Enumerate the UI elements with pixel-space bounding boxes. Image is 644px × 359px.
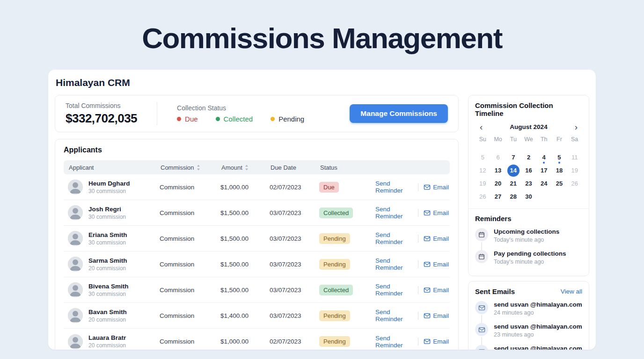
- sent-email-item[interactable]: send usvan @himalayan.com 23 minutes ago: [475, 323, 582, 345]
- calendar-day[interactable]: 23: [521, 177, 536, 190]
- sort-icon[interactable]: [245, 165, 249, 171]
- calendar-day[interactable]: 26: [475, 190, 490, 203]
- status-badge: Pending: [319, 310, 350, 321]
- app-name: Himalayan CRM: [56, 77, 588, 88]
- sent-emails-heading: Sent Emails: [475, 287, 515, 295]
- calendar-day[interactable]: 21: [505, 177, 521, 190]
- calendar-day-name: Su: [475, 133, 490, 145]
- email-link[interactable]: Email: [424, 261, 449, 268]
- amount-cell: $1,000.00: [220, 338, 270, 345]
- calendar-day[interactable]: 17: [536, 164, 552, 177]
- chevron-right-icon[interactable]: ›: [573, 122, 579, 131]
- calendar-day[interactable]: 19: [567, 164, 582, 177]
- applicant-name: Sarma Smith: [88, 257, 127, 264]
- calendar-day[interactable]: 4: [536, 151, 552, 164]
- calendar-day[interactable]: 19: [475, 177, 490, 190]
- send-reminder-link[interactable]: Send Reminder: [375, 257, 413, 271]
- calendar-day[interactable]: 20: [490, 177, 506, 190]
- applicant-name: Heum Dghard: [88, 180, 130, 187]
- divider: [418, 235, 418, 243]
- send-reminder-link[interactable]: Send Reminder: [375, 283, 413, 297]
- chevron-left-icon[interactable]: ‹: [478, 122, 484, 131]
- send-reminder-link[interactable]: Send Reminder: [375, 309, 413, 323]
- row-actions: Send Reminder Email: [375, 283, 450, 297]
- avatar: [68, 334, 83, 349]
- table-row: Sarma Smith 20 commission Commission $1,…: [64, 251, 450, 277]
- status-legend: Due Collected Pending: [177, 115, 350, 123]
- calendar-day[interactable]: 2: [521, 151, 536, 164]
- calendar-day-name: Th: [536, 133, 552, 145]
- applicant-name: Bavan Smith: [88, 309, 127, 316]
- avatar: [68, 231, 83, 246]
- calendar-day[interactable]: 5: [552, 151, 567, 164]
- column-header: Amount: [221, 164, 271, 171]
- envelope-icon: [475, 323, 488, 336]
- sent-emails-list: send usvan @himalayan.com 24 minutes ago: [475, 301, 582, 350]
- table-body: Heum Dghard 30 commission Commission $1,…: [64, 174, 450, 350]
- status-badge: Pending: [319, 259, 350, 270]
- sent-email-title: send usvan @himalayan.com: [494, 345, 582, 350]
- due-date-cell: 02/07/2023: [270, 338, 319, 345]
- due-date-cell: 03/07/2023: [270, 235, 319, 242]
- calendar-day[interactable]: 25: [552, 177, 567, 190]
- calendar-month-label: August 2024: [510, 123, 547, 130]
- email-link[interactable]: Email: [424, 235, 449, 242]
- avatar: [68, 282, 83, 297]
- reminders-list: Upcoming collections Today's minute ago: [475, 228, 582, 272]
- calendar-day[interactable]: 13: [490, 164, 506, 177]
- column-header: Commission: [161, 164, 221, 171]
- reminder-item[interactable]: Pay pending collections Today's minute a…: [475, 250, 582, 272]
- manage-commissions-button[interactable]: Manage Commissions: [350, 104, 448, 123]
- row-actions: Send Reminder Email: [375, 309, 450, 323]
- email-link[interactable]: Email: [424, 338, 449, 345]
- view-all-link[interactable]: View all: [561, 288, 582, 295]
- send-reminder-link[interactable]: Send Reminder: [375, 206, 413, 220]
- email-link[interactable]: Email: [424, 209, 449, 216]
- commission-cell: Commission: [160, 235, 220, 242]
- email-icon: [424, 261, 431, 268]
- calendar-day[interactable]: 28: [505, 190, 521, 203]
- calendar-day[interactable]: 6: [490, 151, 506, 164]
- applicant-name: Eriana Smith: [88, 231, 127, 238]
- calendar-day[interactable]: 27: [490, 190, 506, 203]
- email-link[interactable]: Email: [424, 287, 449, 294]
- calendar-day[interactable]: 11: [567, 151, 582, 164]
- sent-email-time: 23 minutes ago: [494, 331, 582, 338]
- calendar-day[interactable]: 26: [567, 177, 582, 190]
- sort-icon[interactable]: [197, 165, 200, 171]
- sent-email-item[interactable]: send usvan @himalayan.com 23 minutes ago: [475, 345, 582, 350]
- reminder-title: Upcoming collections: [494, 228, 559, 235]
- calendar-day[interactable]: 24: [536, 177, 552, 190]
- table-row: Heum Dghard 30 commission Commission $1,…: [64, 174, 450, 200]
- calendar-day[interactable]: 12: [475, 164, 490, 177]
- send-reminder-link[interactable]: Send Reminder: [375, 180, 413, 194]
- reminder-item[interactable]: Upcoming collections Today's minute ago: [475, 228, 582, 250]
- commission-cell: Commission: [160, 312, 220, 319]
- email-link[interactable]: Email: [424, 312, 449, 319]
- calendar-day[interactable]: 5: [475, 151, 490, 164]
- applicant-subtext: 20 commission: [88, 316, 127, 323]
- reminder-time: Today's minute ago: [494, 237, 559, 243]
- calendar-day[interactable]: 18: [552, 164, 567, 177]
- status-cell: Pending: [319, 310, 375, 321]
- email-link[interactable]: Email: [424, 184, 449, 191]
- divider: [157, 102, 157, 125]
- calendar-day[interactable]: 7: [505, 151, 521, 164]
- row-actions: Send Reminder Email: [375, 335, 450, 349]
- calendar-day[interactable]: 30: [521, 190, 536, 203]
- avatar: [68, 205, 83, 220]
- legend-item: Pending: [271, 115, 304, 123]
- status-cell: Collected: [319, 208, 375, 218]
- due-date-cell: 02/07/2023: [270, 184, 319, 191]
- amount-cell: $1,500.00: [220, 261, 270, 268]
- applicant-subtext: 30 commission: [88, 239, 127, 246]
- status-badge: Collected: [319, 208, 353, 218]
- sent-email-item[interactable]: send usvan @himalayan.com 24 minutes ago: [475, 301, 582, 323]
- calendar-day[interactable]: 14: [505, 164, 521, 177]
- due-date-cell: 03/07/2023: [270, 261, 319, 268]
- calendar-day[interactable]: 16: [521, 164, 536, 177]
- send-reminder-link[interactable]: Send Reminder: [375, 335, 413, 349]
- calendar-icon: [475, 250, 488, 263]
- send-reminder-link[interactable]: Send Reminder: [375, 231, 413, 245]
- email-icon: [424, 184, 431, 191]
